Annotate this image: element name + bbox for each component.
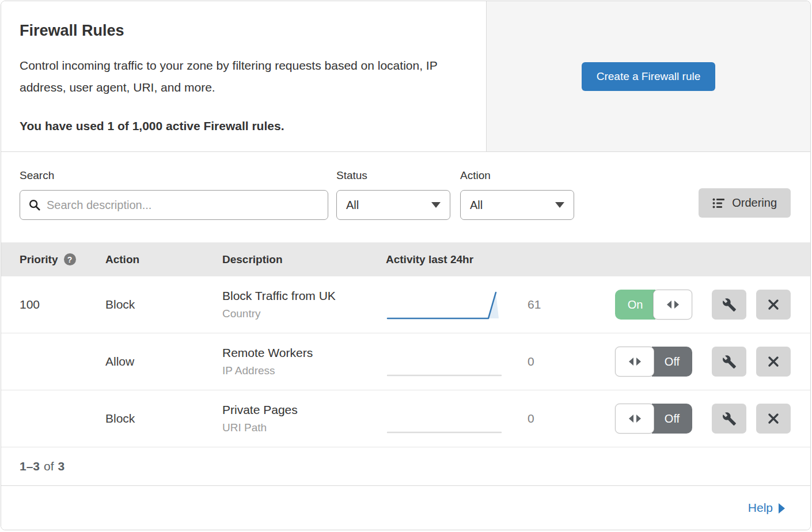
status-selected-value: All bbox=[346, 199, 359, 212]
rule-enabled-toggle[interactable]: Off bbox=[615, 404, 693, 434]
delete-rule-button[interactable] bbox=[756, 290, 791, 320]
toggle-knob[interactable] bbox=[615, 347, 654, 377]
pagination-of-label: of bbox=[44, 459, 54, 473]
table-header-row: Priority ? Action Description Activity l… bbox=[1, 242, 810, 276]
search-label: Search bbox=[20, 169, 328, 182]
toggle-state-label: On bbox=[615, 290, 655, 320]
status-filter: Status All bbox=[336, 169, 450, 220]
row-controls: On bbox=[580, 290, 810, 320]
help-footer: Help bbox=[1, 486, 810, 530]
priority-help-icon[interactable]: ? bbox=[64, 253, 76, 265]
description-cell: Remote Workers IP Address bbox=[222, 346, 386, 377]
create-firewall-rule-button[interactable]: Create a Firewall rule bbox=[582, 62, 716, 91]
table-row: 100 Block Block Traffic from UK Country … bbox=[1, 276, 810, 333]
toggle-arrows-icon bbox=[629, 415, 633, 423]
row-controls: Off bbox=[580, 404, 810, 434]
toggle-arrows-icon bbox=[629, 358, 633, 366]
header-text-block: Firewall Rules Control incoming traffic … bbox=[1, 1, 487, 151]
usage-note: You have used 1 of 1,000 active Firewall… bbox=[20, 119, 468, 133]
search-input[interactable] bbox=[47, 199, 320, 212]
column-description: Description bbox=[222, 253, 386, 266]
rule-description: Remote Workers bbox=[222, 346, 386, 360]
help-link-label: Help bbox=[748, 501, 773, 515]
search-input-wrap bbox=[20, 190, 328, 220]
chevron-down-icon bbox=[431, 202, 441, 208]
x-icon bbox=[767, 355, 780, 368]
list-icon bbox=[712, 197, 725, 209]
toggle-knob[interactable] bbox=[653, 290, 692, 320]
rule-enabled-toggle[interactable]: On bbox=[615, 290, 693, 320]
activity-sparkline bbox=[386, 344, 511, 379]
action-value: Block bbox=[105, 412, 222, 425]
delete-rule-button[interactable] bbox=[756, 404, 791, 434]
toggle-knob[interactable] bbox=[615, 404, 654, 434]
edit-rule-button[interactable] bbox=[712, 347, 746, 377]
activity-count: 61 bbox=[511, 298, 580, 311]
activity-sparkline bbox=[386, 287, 511, 322]
status-select[interactable]: All bbox=[336, 190, 450, 220]
column-activity: Activity last 24hr bbox=[386, 253, 810, 266]
wrench-icon bbox=[722, 298, 737, 312]
action-select[interactable]: All bbox=[460, 190, 574, 220]
rule-enabled-toggle[interactable]: Off bbox=[615, 347, 693, 377]
activity-count: 0 bbox=[511, 355, 580, 368]
action-value: Block bbox=[105, 298, 222, 311]
table-row: Block Private Pages URI Path 0 Off bbox=[1, 390, 810, 447]
page-title: Firewall Rules bbox=[20, 22, 468, 40]
edit-rule-button[interactable] bbox=[712, 290, 746, 320]
delete-rule-button[interactable] bbox=[756, 347, 791, 377]
help-link[interactable]: Help bbox=[748, 501, 785, 515]
activity-sparkline bbox=[386, 401, 511, 436]
toggle-arrows-icon bbox=[667, 301, 671, 309]
arrow-right-icon bbox=[779, 503, 785, 514]
search-filter: Search bbox=[20, 169, 328, 220]
x-icon bbox=[767, 298, 780, 311]
search-icon bbox=[28, 199, 41, 211]
header-action-panel: Create a Firewall rule bbox=[487, 1, 810, 151]
chevron-down-icon bbox=[555, 202, 564, 208]
filter-bar: Search Status All Action All bbox=[1, 152, 810, 242]
activity-count: 0 bbox=[511, 412, 580, 425]
rule-match-type: Country bbox=[222, 307, 386, 320]
action-filter: Action All bbox=[460, 169, 574, 220]
action-value: Allow bbox=[105, 355, 222, 368]
column-priority: Priority ? bbox=[1, 253, 105, 266]
ordering-button-label: Ordering bbox=[732, 196, 777, 210]
rule-description: Private Pages bbox=[222, 403, 386, 417]
pagination-bar: 1–3 of 3 bbox=[1, 447, 810, 486]
rule-match-type: IP Address bbox=[222, 364, 386, 377]
toggle-state-label: Off bbox=[652, 404, 692, 434]
wrench-icon bbox=[722, 355, 737, 369]
x-icon bbox=[767, 412, 780, 425]
action-label: Action bbox=[460, 169, 574, 182]
action-selected-value: All bbox=[470, 199, 483, 212]
priority-value: 100 bbox=[1, 298, 105, 311]
header-section: Firewall Rules Control incoming traffic … bbox=[1, 1, 810, 152]
pagination-total: 3 bbox=[58, 459, 65, 473]
column-action: Action bbox=[105, 253, 222, 266]
description-cell: Block Traffic from UK Country bbox=[222, 289, 386, 320]
firewall-rules-card: Firewall Rules Control incoming traffic … bbox=[1, 1, 811, 530]
row-controls: Off bbox=[580, 347, 810, 377]
pagination-range: 1–3 bbox=[20, 459, 40, 473]
description-cell: Private Pages URI Path bbox=[222, 403, 386, 434]
table-row: Allow Remote Workers IP Address 0 Off bbox=[1, 333, 810, 390]
status-label: Status bbox=[336, 169, 450, 182]
priority-column-label: Priority bbox=[20, 253, 58, 266]
wrench-icon bbox=[722, 412, 737, 426]
page-description: Control incoming traffic to your zone by… bbox=[20, 55, 466, 98]
rule-match-type: URI Path bbox=[222, 421, 386, 434]
rule-description: Block Traffic from UK bbox=[222, 289, 386, 303]
toggle-state-label: Off bbox=[652, 347, 692, 377]
edit-rule-button[interactable] bbox=[712, 404, 746, 434]
ordering-button[interactable]: Ordering bbox=[699, 188, 791, 218]
